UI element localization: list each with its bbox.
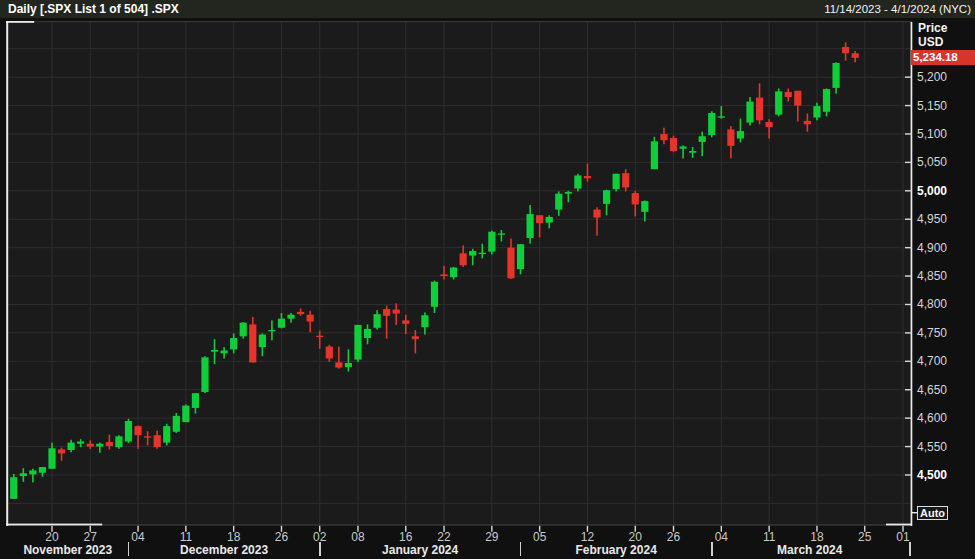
candle-body	[842, 47, 849, 53]
candle-body	[211, 350, 218, 352]
candle-body	[460, 253, 467, 265]
candle-wick	[319, 331, 321, 349]
candle-body	[287, 315, 294, 319]
price-tick-mark	[905, 105, 912, 106]
candle-wick	[701, 132, 703, 156]
time-tick-mark	[491, 526, 492, 532]
candle-body	[785, 92, 792, 97]
plot-corner-bracket	[6, 21, 34, 23]
candle-body	[402, 320, 409, 323]
price-tick-mark	[905, 446, 912, 447]
candle-body	[498, 233, 505, 234]
candle-body	[115, 436, 122, 447]
v-gridline	[405, 22, 406, 525]
h-gridline	[7, 304, 912, 305]
price-axis-line	[911, 22, 913, 526]
candle-body	[450, 268, 457, 278]
candle-body	[546, 217, 553, 223]
candle	[708, 111, 715, 137]
candle-body	[746, 102, 753, 123]
candle	[240, 322, 247, 338]
h-gridline	[7, 332, 912, 333]
time-tick-mark	[281, 526, 282, 532]
v-gridline	[587, 22, 588, 525]
candle-body	[316, 336, 323, 337]
candle-body	[507, 248, 514, 279]
h-gridline	[7, 503, 912, 504]
chart-window: Daily [.SPX List 1 of 504] .SPX 11/14/20…	[0, 0, 975, 559]
v-gridline	[673, 22, 674, 525]
candle	[613, 174, 620, 192]
candle-body	[96, 444, 103, 447]
time-tick-mark	[721, 526, 722, 532]
h-gridline	[7, 48, 912, 49]
price-tick-mark	[905, 133, 912, 134]
candle-body	[393, 310, 400, 314]
candlestick-plot[interactable]	[0, 0, 975, 559]
candle-body	[163, 426, 170, 442]
candle-body	[536, 215, 543, 223]
candle	[201, 356, 208, 393]
plot-left-border	[6, 21, 8, 526]
candle-wick	[405, 315, 407, 334]
candle-body	[173, 416, 180, 432]
candle	[775, 88, 782, 116]
candle	[173, 413, 180, 433]
last-price-tag: 5,234.18	[911, 50, 975, 65]
candle-body	[68, 443, 75, 450]
price-tick-mark	[905, 275, 912, 276]
time-tick-mark	[185, 526, 186, 532]
candle	[354, 325, 361, 362]
candle	[10, 474, 17, 499]
price-tick-mark	[905, 417, 912, 418]
candle-body	[421, 315, 428, 327]
candle-body	[240, 323, 247, 337]
candle-body	[565, 192, 572, 194]
candle-body	[144, 436, 151, 437]
candle-body	[39, 467, 46, 473]
v-gridline	[138, 22, 139, 525]
time-tick-mark	[51, 526, 52, 532]
candle-body	[326, 347, 333, 359]
candle-body	[756, 98, 763, 121]
time-tick-mark	[90, 526, 91, 532]
candle-body	[613, 174, 620, 189]
price-tick-mark	[905, 219, 912, 220]
candle-body	[354, 325, 361, 360]
time-axis-handle-left[interactable]	[6, 524, 102, 526]
h-gridline	[7, 276, 912, 277]
v-gridline	[90, 22, 91, 525]
candle-body	[794, 91, 801, 106]
auto-scale-button[interactable]: Auto	[917, 506, 948, 520]
price-tick-mark	[905, 190, 912, 191]
candle-body	[373, 314, 380, 328]
plot-top-border	[7, 21, 912, 22]
v-gridline	[233, 22, 234, 525]
v-gridline	[281, 22, 282, 525]
candle-body	[106, 442, 113, 446]
time-tick-mark	[635, 526, 636, 532]
candle-body	[699, 136, 706, 142]
candle-body	[77, 441, 84, 443]
candle	[182, 405, 189, 423]
h-gridline	[7, 247, 912, 248]
v-gridline	[491, 22, 492, 525]
time-tick-mark	[768, 526, 769, 532]
price-axis-currency: USD	[918, 35, 947, 49]
h-gridline	[7, 418, 912, 419]
candle-body	[58, 449, 65, 453]
candle-body	[670, 138, 677, 151]
time-tick-mark	[816, 526, 817, 532]
candle-body	[832, 63, 839, 88]
time-tick-mark	[587, 526, 588, 532]
h-gridline	[7, 446, 912, 447]
candle-body	[259, 335, 266, 348]
last-price-value: 5,234.18	[913, 51, 958, 63]
candle-body	[517, 244, 524, 269]
candle-body	[134, 426, 141, 435]
price-tick-mark	[905, 162, 912, 163]
time-axis-handle-right[interactable]	[886, 524, 912, 526]
time-tick-mark	[319, 526, 320, 532]
candle-body	[278, 319, 285, 328]
plot-bottom-border	[7, 524, 912, 525]
